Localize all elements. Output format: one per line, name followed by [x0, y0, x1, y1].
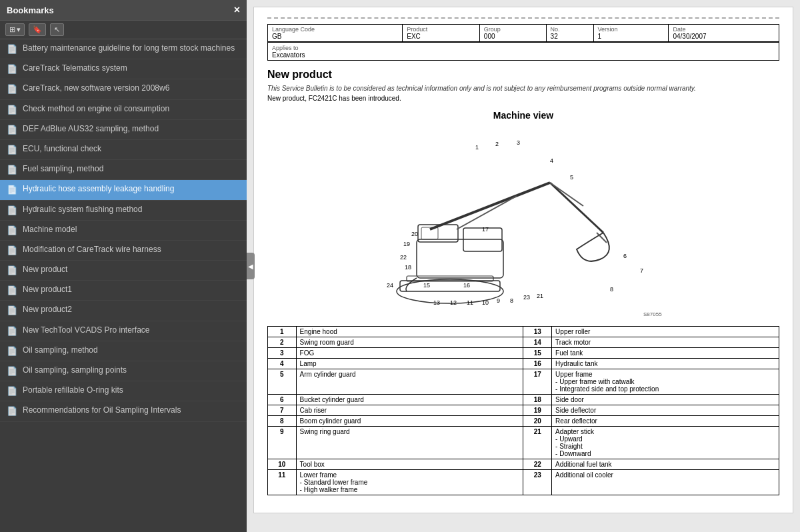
bookmark-item-label: Hydraulic system flushing method [23, 204, 241, 215]
bookmark-item[interactable]: 📄Battery maintenance guideline for long … [0, 39, 247, 59]
part-number: 8 [268, 416, 297, 427]
header-table: Language Code GB Product EXC Group 000 N… [267, 24, 779, 42]
svg-rect-3 [417, 239, 503, 278]
applies-label: Applies to [272, 45, 299, 51]
svg-rect-5 [421, 227, 438, 239]
group-value: 000 [484, 33, 495, 40]
part-number: 6 [268, 395, 297, 405]
part-number: 2 [268, 337, 297, 348]
svg-line-7 [430, 183, 550, 229]
part-number-2: 13 [523, 327, 552, 337]
part-description: Lower frame - Standard lower frame - Hig… [296, 470, 523, 495]
bookmark-icon-button[interactable]: 🔖 [29, 23, 46, 36]
part-number: 5 [268, 369, 297, 395]
svg-text:24: 24 [387, 282, 393, 289]
bookmark-item-label: Check method on engine oil consumption [23, 103, 241, 115]
part-description: Lamp [296, 359, 523, 369]
part-description-2: Track motor [552, 337, 779, 348]
bookmark-item[interactable]: 📄Hydraulic hose assembly leakage handlin… [0, 180, 247, 200]
bookmark-item[interactable]: 📄Modification of CareTrack wire harness [0, 241, 247, 261]
layout-button[interactable]: ⊞ ▾ [5, 23, 25, 36]
applies-table: Applies to Excavators [267, 42, 779, 61]
bookmark-item-label: Oil sampling, method [23, 345, 241, 356]
bookmark-item[interactable]: 📄New product2 [0, 301, 247, 321]
svg-text:21: 21 [537, 293, 543, 299]
svg-text:19: 19 [403, 241, 410, 247]
parts-table: 1Engine hood13Upper roller2Swing room gu… [267, 326, 779, 495]
language-code-label: Language Code [272, 26, 398, 33]
svg-text:11: 11 [467, 299, 473, 306]
bookmark-item-label: Recommendations for Oil Sampling Interva… [23, 405, 241, 416]
table-row: 1Engine hood13Upper roller [268, 327, 779, 337]
bookmark-doc-icon: 📄 [7, 385, 19, 397]
svg-text:S87055: S87055 [643, 311, 662, 317]
part-description: Swing ring guard [296, 427, 523, 459]
cursor-button[interactable]: ↖ [50, 23, 64, 36]
bookmark-list: 📄Battery maintenance guideline for long … [0, 39, 247, 532]
collapse-handle[interactable]: ◀ [247, 253, 255, 279]
language-code-value: GB [272, 33, 281, 40]
part-description-2: Adapter stick - Upward - Straight - Down… [552, 427, 779, 459]
svg-text:7: 7 [640, 267, 643, 274]
part-number-2: 21 [523, 427, 552, 459]
group-label: Group [484, 26, 542, 33]
bookmark-item[interactable]: 📄Oil sampling, method [0, 341, 247, 361]
part-description: FOG [296, 348, 523, 359]
part-number-2: 17 [523, 369, 552, 395]
bookmark-item[interactable]: 📄New TechTool VCADS Pro interface [0, 321, 247, 341]
bookmark-item[interactable]: 📄Check method on engine oil consumption [0, 100, 247, 120]
svg-text:8: 8 [610, 286, 613, 293]
bookmark-item[interactable]: 📄Machine model [0, 221, 247, 241]
part-description-2: Fuel tank [552, 348, 779, 359]
bookmark-item-label: Battery maintenance guideline for long t… [23, 43, 241, 54]
version-label: Version [598, 26, 665, 33]
bookmark-item[interactable]: 📄New product [0, 261, 247, 281]
bookmark-item[interactable]: 📄CareTrack Telematics system [0, 59, 247, 79]
doc-title: New product [267, 69, 779, 81]
bookmark-doc-icon: 📄 [7, 144, 19, 156]
bookmark-doc-icon: 📄 [7, 265, 19, 277]
bookmark-item[interactable]: 📄Portable refillable O-ring kits [0, 381, 247, 401]
bookmark-item[interactable]: 📄Hydraulic system flushing method [0, 201, 247, 221]
bookmark-item[interactable]: 📄New product1 [0, 281, 247, 301]
doc-note: New product, FC2421C has been introduced… [267, 95, 779, 102]
machine-svg: 1 2 3 4 5 6 7 8 20 19 22 18 17 16 15 24 … [363, 126, 683, 319]
main-content[interactable]: Language Code GB Product EXC Group 000 N… [247, 0, 800, 532]
bookmark-item[interactable]: 📄Oil sampling, sampling points [0, 361, 247, 381]
no-label: No. [551, 26, 589, 33]
part-description-2: Additional fuel tank [552, 459, 779, 470]
part-number-2: 16 [523, 359, 552, 369]
machine-view-title: Machine view [267, 110, 779, 121]
bookmark-item[interactable]: 📄CareTrack, new software version 2008w6 [0, 79, 247, 99]
bookmark-item-label: New product1 [23, 284, 241, 295]
table-row: 11Lower frame - Standard lower frame - H… [268, 470, 779, 495]
part-description-2: Upper frame - Upper frame with catwalk -… [552, 369, 779, 395]
bookmark-item-label: Portable refillable O-ring kits [23, 385, 241, 396]
part-description-2: Side door [552, 395, 779, 405]
part-description: Cab riser [296, 405, 523, 416]
svg-text:22: 22 [400, 254, 407, 261]
part-number: 4 [268, 359, 297, 369]
part-number: 10 [268, 459, 297, 470]
table-row: 2Swing room guard14Track motor [268, 337, 779, 348]
part-description-2: Side deflector [552, 405, 779, 416]
bookmark-item-label: Oil sampling, sampling points [23, 365, 241, 376]
bookmark-item[interactable]: 📄Recommendations for Oil Sampling Interv… [0, 401, 247, 421]
svg-text:1: 1 [475, 144, 479, 151]
product-label: Product [407, 26, 475, 33]
bookmark-item[interactable]: 📄Fuel sampling, method [0, 160, 247, 180]
bookmark-doc-icon: 📄 [7, 345, 19, 357]
product-value: EXC [407, 33, 421, 40]
bookmark-item[interactable]: 📄DEF AdBlue AUS32 sampling, method [0, 120, 247, 140]
table-row: 6Bucket cylinder guard18Side door [268, 395, 779, 405]
part-description-2: Rear deflector [552, 416, 779, 427]
sidebar-toolbar: ⊞ ▾ 🔖 ↖ [0, 21, 247, 39]
table-row: 10Tool box22Additional fuel tank [268, 459, 779, 470]
part-number: 9 [268, 427, 297, 459]
bookmark-doc-icon: 📄 [7, 164, 19, 176]
bookmark-doc-icon: 📄 [7, 405, 19, 417]
bookmark-doc-icon: 📄 [7, 83, 19, 95]
bookmark-item[interactable]: 📄ECU, functional check [0, 140, 247, 160]
bookmark-doc-icon: 📄 [7, 365, 19, 377]
close-icon[interactable]: × [234, 4, 240, 16]
